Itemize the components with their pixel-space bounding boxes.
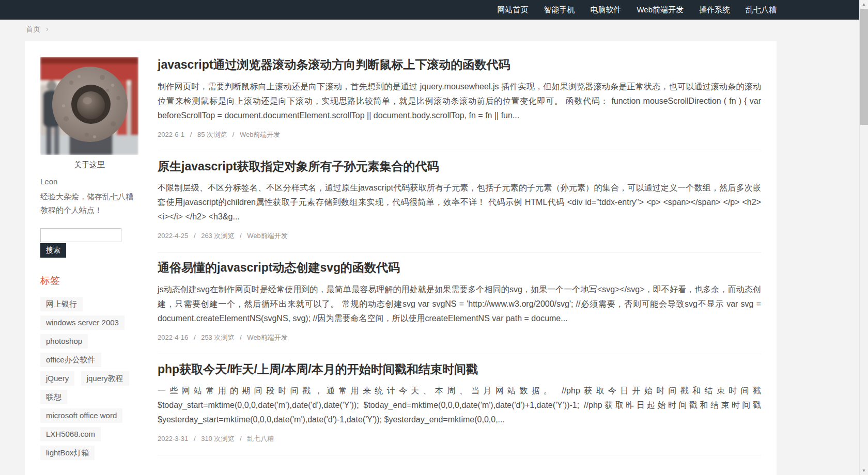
article-list: javascript通过浏览器滚动条滚动方向判断鼠标上下滚动的函数代码 制作网页…	[158, 57, 761, 464]
article-category-link[interactable]: Web前端开发	[240, 131, 281, 138]
article-date: 2022-3-31	[158, 435, 188, 442]
article-item: php获取今天/昨天/上周/本周/本月的开始时间戳和结束时间戳 一些网站常用的期…	[158, 354, 761, 456]
meta-separator: /	[194, 232, 196, 240]
article-title[interactable]: php获取今天/昨天/上周/本周/本月的开始时间戳和结束时间戳	[158, 362, 761, 377]
breadcrumb-separator: ›	[46, 25, 49, 33]
article-excerpt: 一些网站常用的期间段时间戳，通常用来统计今天、本周、当月网站数据。 //php获…	[158, 384, 761, 427]
tag-jquery[interactable]: jQuery	[40, 371, 74, 386]
meta-separator: /	[233, 131, 235, 138]
scroll-down-arrow-icon[interactable]: ▼	[860, 466, 868, 475]
tag-microsoft-office-word[interactable]: microsoft office word	[40, 408, 122, 423]
article-item: 原生javascript获取指定对象所有子孙元素集合的代码 不限制层级、不区分标…	[158, 151, 761, 253]
tag-cloud: 网上银行 windows server 2003 photoshop offic…	[40, 297, 138, 464]
tag-lightbox[interactable]: lightBox灯箱	[40, 446, 95, 460]
nav-item-os[interactable]: 操作系统	[699, 5, 730, 15]
article-meta: 2022-4-16 / 253 次浏览 / Web前端开发	[158, 333, 761, 342]
article-views: 263 次浏览	[201, 232, 234, 240]
article-title[interactable]: 原生javascript获取指定对象所有子孙元素集合的代码	[158, 160, 761, 174]
top-navbar: 网站首页 智能手机 电脑软件 Web前端开发 操作系统 乱七八糟	[0, 0, 868, 20]
article-excerpt: 不限制层级、不区分标签名、不区分样式名，通过原生javascript代码获取所有…	[158, 181, 761, 224]
article-date: 2022-4-16	[158, 334, 188, 341]
article-meta: 2022-6-1 / 85 次浏览 / Web前端开发	[158, 130, 761, 139]
scrollbar-thumb[interactable]	[860, 9, 868, 125]
meta-separator: /	[240, 435, 242, 442]
search-button[interactable]: 搜索	[40, 243, 66, 258]
article-meta: 2022-4-25 / 263 次浏览 / Web前端开发	[158, 231, 761, 241]
article-excerpt: 制作网页时，需要判断鼠标向上滚动还是向下滚动，首先想到的是通过 jquery.m…	[158, 80, 761, 123]
tag-online-banking[interactable]: 网上银行	[40, 297, 83, 311]
article-views: 253 次浏览	[201, 334, 234, 341]
tag-office-software[interactable]: office办公软件	[40, 353, 101, 367]
nav-item-pc-software[interactable]: 电脑软件	[590, 5, 621, 15]
article-views: 85 次浏览	[197, 131, 227, 138]
tag-windows-server-2003[interactable]: windows server 2003	[40, 315, 125, 330]
article-title[interactable]: javascript通过浏览器滚动条滚动方向判断鼠标上下滚动的函数代码	[158, 58, 761, 72]
article-category-link[interactable]: Web前端开发	[247, 232, 288, 240]
article-item: javascript通过浏览器滚动条滚动方向判断鼠标上下滚动的函数代码 制作网页…	[158, 57, 761, 151]
vertical-scrollbar[interactable]: ▲ ▼	[859, 0, 868, 475]
article-category-link[interactable]: Web前端开发	[247, 334, 288, 341]
article-date: 2022-4-25	[158, 232, 188, 240]
author-name: Leon	[40, 177, 138, 186]
nav-item-misc[interactable]: 乱七八糟	[746, 5, 777, 15]
tag-jquery-tutorial[interactable]: jquery教程	[81, 371, 129, 386]
meta-separator: /	[240, 334, 242, 341]
nav-item-smartphone[interactable]: 智能手机	[544, 5, 575, 15]
tag-photoshop[interactable]: photoshop	[40, 334, 88, 349]
meta-separator: /	[194, 334, 196, 341]
tags-heading: 标签	[40, 274, 138, 288]
meta-separator: /	[194, 435, 196, 442]
article-views: 310 次浏览	[201, 435, 234, 442]
tag-lxh5068[interactable]: LXH5068.com	[40, 427, 101, 441]
breadcrumb-home-link[interactable]: 首页	[26, 25, 40, 33]
article-category-link[interactable]: 乱七八糟	[247, 435, 274, 442]
nav-item-web-frontend[interactable]: Web前端开发	[637, 5, 684, 15]
article-excerpt: js动态创建svg在制作网页时是经常使用到的，最简单最容易理解的用处就是如果需要…	[158, 282, 761, 326]
tag-lenovo[interactable]: 联想	[40, 390, 67, 404]
breadcrumb: 首页 ›	[26, 25, 49, 34]
search-input[interactable]	[40, 228, 121, 242]
meta-separator: /	[240, 232, 242, 240]
meta-separator: /	[190, 131, 192, 138]
stone-wheel-photo-illustration	[40, 57, 138, 155]
site-bio: 经验大杂烩，储存乱七八糟教程的个人站点！	[40, 190, 138, 217]
content-card: 关于这里 Leon 经验大杂烩，储存乱七八糟教程的个人站点！ 搜索 标签 网上银…	[25, 41, 777, 475]
article-meta: 2022-3-31 / 310 次浏览 / 乱七八糟	[158, 434, 761, 444]
scroll-up-arrow-icon[interactable]: ▲	[860, 0, 868, 9]
sidebar: 关于这里 Leon 经验大杂烩，储存乱七八糟教程的个人站点！ 搜索 标签 网上银…	[40, 57, 138, 464]
nav-menu: 网站首页 智能手机 电脑软件 Web前端开发 操作系统 乱七八糟	[25, 0, 777, 20]
nav-item-home[interactable]: 网站首页	[497, 5, 528, 15]
about-photo	[40, 57, 138, 155]
article-title[interactable]: 通俗易懂的javascript动态创建svg的函数代码	[158, 261, 761, 275]
article-date: 2022-6-1	[158, 131, 184, 138]
article-item: 通俗易懂的javascript动态创建svg的函数代码 js动态创建svg在制作…	[158, 252, 761, 354]
about-caption: 关于这里	[40, 160, 138, 170]
